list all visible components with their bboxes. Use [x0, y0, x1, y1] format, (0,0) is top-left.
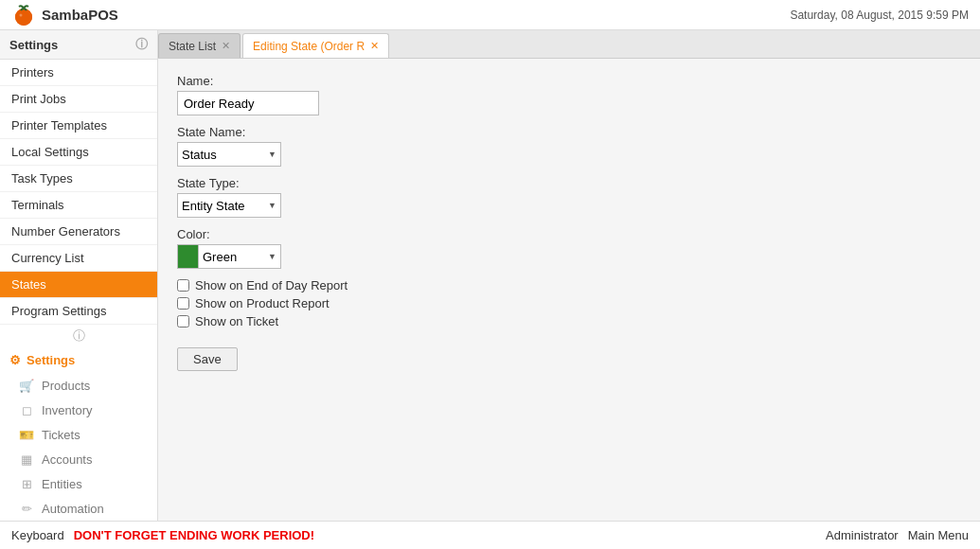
state-name-select[interactable]: Status — [177, 142, 281, 167]
nav-automation-label: Automation — [42, 502, 104, 516]
content-area: State List ✕ Editing State (Order R ✕ Na… — [158, 30, 980, 521]
sidebar-nav-automation[interactable]: ✏ Automation — [0, 496, 157, 521]
state-type-select[interactable]: Entity State — [177, 193, 281, 218]
bottom-bar: Keyboard DON'T FORGET ENDING WORK PERIOD… — [0, 521, 980, 549]
form-group-color: Color: Green Red Blue Yellow Orange — [177, 227, 961, 269]
sidebar-bottom-info-icon: ⓘ — [73, 328, 85, 345]
tab-editing-state[interactable]: Editing State (Order R ✕ — [242, 33, 389, 58]
state-name-select-wrapper: Status — [177, 142, 281, 167]
svg-point-2 — [20, 13, 23, 16]
sidebar-header: Settings ⓘ — [0, 30, 157, 60]
main-menu-button[interactable]: Main Menu — [908, 528, 969, 542]
inventory-icon: ◻ — [19, 402, 34, 417]
show-product-checkbox[interactable] — [177, 297, 189, 310]
sidebar-nav-section: ⚙ Settings — [0, 347, 157, 373]
color-label: Color: — [177, 227, 961, 241]
sidebar-nav-entities[interactable]: ⊞ Entities — [0, 471, 157, 496]
nav-entities-label: Entities — [42, 477, 82, 491]
checkbox-row-product: Show on Product Report — [177, 296, 961, 310]
sidebar-nav-products[interactable]: 🛒 Products — [0, 373, 157, 398]
nav-products-label: Products — [42, 379, 90, 393]
sidebar-item-number-generators[interactable]: Number Generators — [0, 219, 157, 245]
tab-state-list-label: State List — [169, 40, 216, 53]
show-eod-label: Show on End of Day Report — [195, 278, 347, 292]
sidebar: Settings ⓘ Printers Print Jobs Printer T… — [0, 30, 158, 521]
logo-icon — [11, 3, 36, 27]
datetime: Saturday, 08 August, 2015 9:59 PM — [790, 9, 969, 22]
tab-state-list[interactable]: State List ✕ — [158, 33, 241, 58]
app-name: SambaPOS — [42, 7, 118, 23]
bottom-right: Administrator Main Menu — [826, 528, 969, 542]
sidebar-item-states[interactable]: States — [0, 272, 157, 298]
sidebar-section-label: Settings — [9, 38, 58, 52]
automation-icon: ✏ — [19, 501, 34, 516]
nav-section-label: Settings — [27, 353, 75, 367]
tab-editing-state-label: Editing State (Order R — [253, 40, 365, 53]
show-eod-checkbox[interactable] — [177, 279, 189, 292]
name-input[interactable] — [177, 91, 319, 115]
products-icon: 🛒 — [19, 378, 34, 393]
tabs-bar: State List ✕ Editing State (Order R ✕ — [158, 30, 980, 59]
show-ticket-label: Show on Ticket — [195, 314, 278, 328]
state-type-select-wrapper: Entity State — [177, 193, 281, 218]
tickets-icon: 🎫 — [19, 427, 34, 442]
sidebar-info-row: ⓘ — [0, 325, 157, 347]
color-swatch — [177, 244, 198, 269]
top-bar: SambaPOS Saturday, 08 August, 2015 9:59 … — [0, 0, 980, 30]
save-button[interactable]: Save — [177, 347, 238, 371]
sidebar-nav-tickets[interactable]: 🎫 Tickets — [0, 422, 157, 447]
show-ticket-checkbox[interactable] — [177, 315, 189, 328]
show-product-label: Show on Product Report — [195, 296, 330, 310]
sidebar-item-terminals[interactable]: Terminals — [0, 192, 157, 219]
sidebar-item-print-jobs[interactable]: Print Jobs — [0, 86, 157, 113]
form-group-name: Name: — [177, 74, 961, 115]
sidebar-item-task-types[interactable]: Task Types — [0, 166, 157, 192]
state-name-label: State Name: — [177, 125, 961, 139]
state-type-label: State Type: — [177, 176, 961, 190]
checkbox-row-eod: Show on End of Day Report — [177, 278, 961, 292]
tab-editing-state-close[interactable]: ✕ — [370, 40, 379, 52]
accounts-icon: ▦ — [19, 452, 34, 467]
name-label: Name: — [177, 74, 961, 88]
keyboard-label: Keyboard — [11, 528, 64, 542]
sidebar-item-local-settings[interactable]: Local Settings — [0, 139, 157, 166]
sidebar-nav-inventory[interactable]: ◻ Inventory — [0, 398, 157, 422]
form-group-state-type: State Type: Entity State — [177, 176, 961, 218]
checkbox-row-ticket: Show on Ticket — [177, 314, 961, 328]
color-row: Green Red Blue Yellow Orange — [177, 244, 961, 269]
nav-accounts-label: Accounts — [42, 452, 92, 467]
color-select-wrapper: Green Red Blue Yellow Orange — [198, 244, 281, 269]
sidebar-item-printer-templates[interactable]: Printer Templates — [0, 113, 157, 139]
sidebar-nav-accounts[interactable]: ▦ Accounts — [0, 447, 157, 471]
svg-point-1 — [15, 9, 32, 26]
admin-label: Administrator — [826, 528, 899, 542]
sidebar-item-program-settings[interactable]: Program Settings — [0, 298, 157, 325]
entities-icon: ⊞ — [19, 476, 34, 491]
warning-text: DON'T FORGET ENDING WORK PERIOD! — [74, 528, 314, 542]
form-area: Name: State Name: Status State Type: Ent… — [158, 59, 980, 521]
nav-inventory-label: Inventory — [42, 403, 92, 417]
sidebar-item-currency-list[interactable]: Currency List — [0, 245, 157, 272]
form-group-checkboxes: Show on End of Day Report Show on Produc… — [177, 278, 961, 328]
sidebar-info-icon: ⓘ — [135, 36, 148, 53]
nav-tickets-label: Tickets — [42, 428, 80, 442]
form-group-state-name: State Name: Status — [177, 125, 961, 167]
main-layout: Settings ⓘ Printers Print Jobs Printer T… — [0, 30, 980, 521]
logo: SambaPOS — [11, 3, 118, 27]
sidebar-item-printers[interactable]: Printers — [0, 60, 157, 86]
tab-state-list-close[interactable]: ✕ — [222, 40, 230, 52]
gear-icon: ⚙ — [9, 353, 21, 367]
bottom-left: Keyboard DON'T FORGET ENDING WORK PERIOD… — [11, 528, 314, 542]
color-select[interactable]: Green Red Blue Yellow Orange — [198, 244, 281, 269]
